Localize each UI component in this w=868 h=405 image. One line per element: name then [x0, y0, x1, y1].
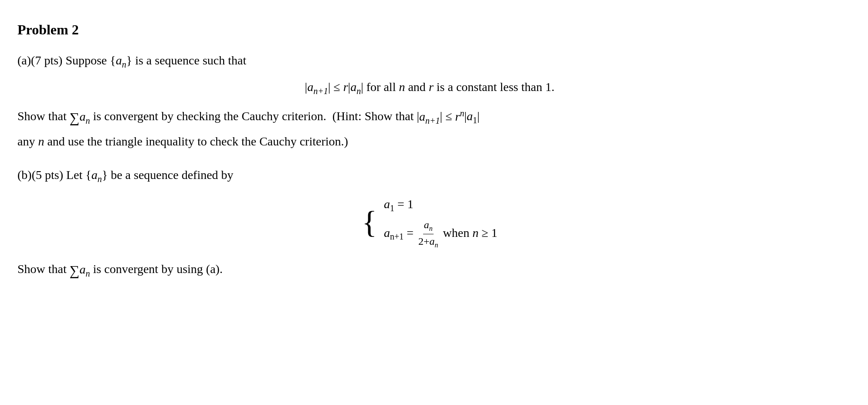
brace-line-1: a1 = 1 [384, 195, 498, 215]
part-b-system: { a1 = 1 an+1 = an 2+an when n ≥ 1 [17, 195, 842, 250]
part-a-show-text: Show that ∑an is convergent by checking … [17, 106, 842, 128]
part-a-formula: |an+1| ≤ r|an| for all n and r is a cons… [17, 80, 842, 96]
part-a-label-text: (a)(7 pts) Suppose {an} is a sequence su… [17, 54, 246, 67]
brace-line-2: an+1 = an 2+an when n ≥ 1 [384, 218, 498, 250]
part-b-show-text: Show that ∑an is convergent by using (a)… [17, 260, 842, 281]
problem-title: Problem 2 [17, 22, 842, 38]
part-a: (a)(7 pts) Suppose {an} is a sequence su… [17, 54, 842, 151]
brace-lines: a1 = 1 an+1 = an 2+an when n ≥ 1 [384, 195, 498, 250]
part-b: (b)(5 pts) Let {an} be a sequence define… [17, 168, 842, 281]
part-b-label-text: (b)(5 pts) Let {an} be a sequence define… [17, 168, 234, 182]
part-b-label: (b)(5 pts) Let {an} be a sequence define… [17, 168, 842, 184]
part-a-label: (a)(7 pts) Suppose {an} is a sequence su… [17, 54, 842, 70]
left-brace-icon: { [362, 206, 377, 238]
part-a-hint-text: any n and use the triangle inequality to… [17, 132, 842, 151]
